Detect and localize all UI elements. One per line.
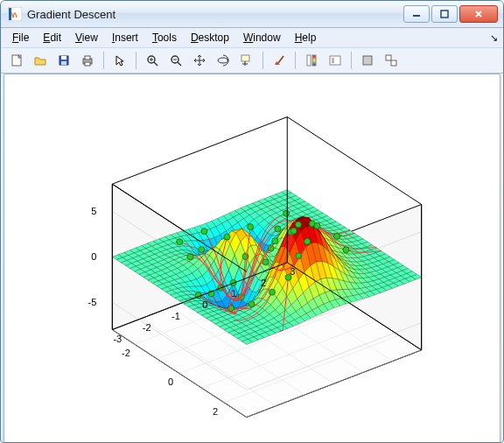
menu-help[interactable]: Help — [289, 30, 323, 46]
rotate3d-button[interactable] — [213, 50, 234, 71]
svg-point-977 — [295, 222, 301, 228]
svg-line-12 — [154, 62, 158, 66]
svg-line-986 — [112, 117, 287, 185]
menu-window[interactable]: Window — [237, 30, 287, 46]
svg-text:-5: -5 — [88, 297, 97, 307]
svg-point-959 — [248, 301, 255, 307]
insert-colorbar-button[interactable] — [301, 50, 322, 71]
dock-arrow-icon[interactable]: ↘ — [490, 32, 498, 44]
svg-point-978 — [187, 254, 193, 260]
svg-point-962 — [304, 238, 311, 244]
svg-point-970 — [333, 233, 340, 239]
svg-line-987 — [287, 117, 421, 205]
svg-point-961 — [228, 306, 234, 312]
menu-insert[interactable]: Insert — [106, 30, 144, 46]
svg-point-981 — [248, 224, 254, 230]
svg-text:3: 3 — [290, 266, 295, 277]
svg-rect-23 — [307, 55, 311, 66]
save-button[interactable] — [53, 50, 74, 71]
menu-file[interactable]: File — [6, 30, 35, 46]
svg-point-967 — [343, 247, 349, 253]
svg-rect-30 — [386, 55, 391, 60]
show-plot-tools-button[interactable] — [381, 50, 402, 71]
svg-rect-9 — [85, 56, 90, 60]
toolbar-separator — [351, 52, 352, 69]
new-figure-button[interactable] — [6, 50, 27, 71]
svg-point-971 — [224, 234, 230, 240]
figure-content: -505-3-2-10123-202 — [4, 74, 500, 443]
pan-button[interactable] — [189, 50, 210, 71]
menu-desktop[interactable]: Desktop — [185, 30, 235, 46]
svg-rect-19 — [242, 55, 249, 61]
svg-rect-31 — [391, 60, 396, 66]
svg-rect-10 — [85, 62, 90, 66]
svg-point-982 — [177, 239, 183, 245]
open-button[interactable] — [30, 50, 51, 71]
axes-3d[interactable]: -505-3-2-10123-202 — [4, 74, 500, 443]
toolbar-separator — [262, 52, 263, 69]
svg-text:-1: -1 — [172, 311, 180, 321]
data-cursor-button[interactable] — [236, 50, 257, 71]
svg-point-957 — [270, 289, 276, 295]
svg-rect-6 — [61, 56, 66, 60]
svg-text:-3: -3 — [113, 334, 122, 344]
svg-text:5: 5 — [91, 206, 96, 216]
menu-tools[interactable]: Tools — [146, 30, 183, 46]
svg-text:-2: -2 — [143, 322, 151, 333]
toolbar-separator — [295, 52, 296, 69]
svg-line-16 — [178, 62, 181, 66]
svg-rect-3 — [441, 11, 448, 18]
zoom-out-button[interactable] — [165, 50, 186, 71]
svg-point-980 — [199, 247, 205, 253]
minimize-button[interactable] — [403, 5, 430, 23]
svg-rect-1 — [9, 8, 11, 20]
svg-rect-29 — [363, 56, 372, 65]
menu-view[interactable]: View — [69, 30, 104, 46]
window-title: Gradient Descent — [27, 8, 403, 21]
maximize-button[interactable] — [431, 5, 458, 23]
close-button[interactable] — [459, 5, 498, 23]
svg-text:1: 1 — [232, 288, 237, 299]
svg-point-975 — [275, 226, 281, 232]
titlebar[interactable]: Gradient Descent — [1, 1, 503, 28]
svg-text:0: 0 — [91, 251, 96, 262]
window-controls — [403, 5, 498, 23]
svg-point-983 — [284, 210, 290, 216]
svg-text:2: 2 — [213, 406, 218, 417]
toolbar-separator — [103, 52, 104, 69]
svg-point-958 — [290, 228, 297, 234]
svg-point-963 — [262, 259, 269, 265]
svg-point-984 — [201, 229, 207, 235]
menubar: File Edit View Insert Tools Desktop Wind… — [1, 28, 503, 47]
figure-window: Gradient Descent File Edit View Insert T… — [0, 0, 504, 443]
svg-rect-7 — [61, 61, 66, 65]
toolbar-separator — [136, 52, 136, 69]
insert-legend-button[interactable] — [325, 50, 346, 71]
svg-point-972 — [272, 238, 278, 244]
zoom-in-button[interactable] — [142, 50, 163, 71]
toolbar — [1, 47, 503, 74]
svg-text:0: 0 — [168, 376, 173, 387]
svg-text:0: 0 — [202, 299, 207, 310]
svg-line-22 — [278, 56, 284, 63]
menu-edit[interactable]: Edit — [37, 30, 67, 46]
svg-rect-24 — [312, 55, 316, 66]
brush-button[interactable] — [269, 50, 290, 71]
svg-text:2: 2 — [261, 278, 266, 288]
svg-text:-2: -2 — [122, 348, 130, 358]
svg-rect-25 — [330, 56, 340, 65]
hide-plot-tools-button[interactable] — [357, 50, 378, 71]
app-icon — [8, 7, 22, 21]
svg-point-966 — [314, 222, 320, 229]
print-button[interactable] — [77, 50, 98, 71]
pointer-button[interactable] — [109, 50, 130, 71]
